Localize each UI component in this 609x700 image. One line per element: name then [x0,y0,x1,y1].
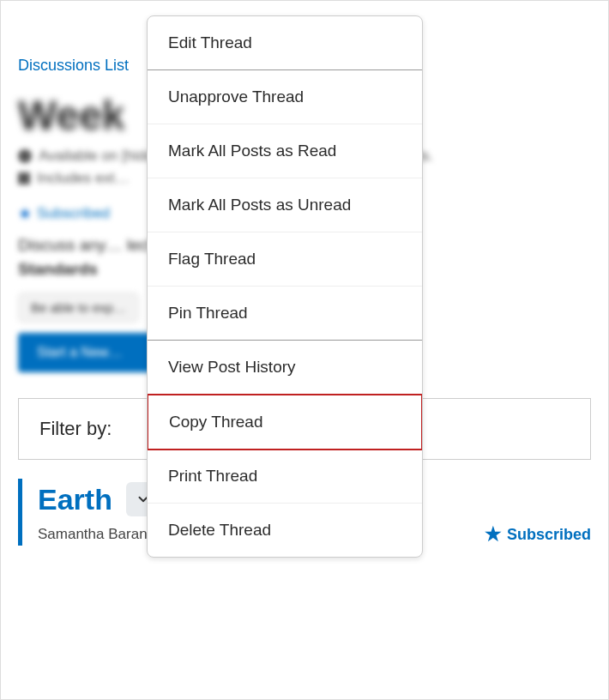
thread-title-link[interactable]: Earth [38,483,112,516]
thread-subscribed-toggle[interactable]: ★ Subscribed [485,523,591,546]
menu-flag-thread[interactable]: Flag Thread [148,232,422,287]
menu-view-post-history[interactable]: View Post History [148,341,422,395]
star-icon: ★ [485,523,502,546]
pin-icon [18,172,30,184]
globe-icon [18,149,32,163]
filter-label: Filter by: [39,418,112,439]
menu-delete-thread[interactable]: Delete Thread [148,504,422,557]
menu-pin-thread[interactable]: Pin Thread [148,287,422,341]
includes-text: Includes ext… [37,170,130,187]
thread-subscribed-label: Subscribed [507,526,591,544]
menu-mark-all-read[interactable]: Mark All Posts as Read [148,124,422,178]
menu-mark-all-unread[interactable]: Mark All Posts as Unread [148,178,422,232]
menu-print-thread[interactable]: Print Thread [148,450,422,504]
learning-objective-tag: Be able to exp… [18,293,139,323]
thread-context-menu: Edit Thread Unapprove Thread Mark All Po… [147,15,423,558]
thread-author: Samantha Baran [38,526,148,543]
menu-copy-thread[interactable]: Copy Thread [147,394,423,450]
subscribed-label-small: Subscribed [37,205,110,222]
menu-unapprove-thread[interactable]: Unapprove Thread [148,70,422,124]
menu-edit-thread[interactable]: Edit Thread [148,16,422,70]
star-icon: ★ [18,204,32,223]
